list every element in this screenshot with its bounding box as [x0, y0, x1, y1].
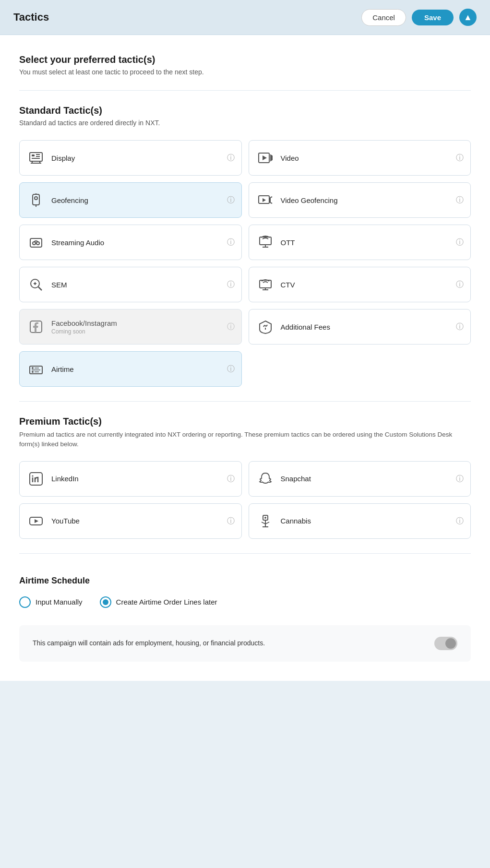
radio-input-manually[interactable]: Input Manually	[19, 596, 83, 608]
svg-rect-41	[30, 473, 42, 485]
geofencing-info-icon[interactable]: ⓘ	[227, 195, 235, 205]
video-geofencing-info-icon[interactable]: ⓘ	[456, 195, 464, 205]
streaming-audio-label-wrap: Streaming Audio	[51, 238, 234, 247]
video-geofencing-icon	[257, 191, 274, 209]
airtime-label-wrap: Airtime	[51, 365, 234, 373]
svg-point-51	[264, 517, 266, 519]
standard-desc: Standard ad tactics are ordered directly…	[19, 119, 471, 127]
divider-2	[19, 401, 471, 402]
airtime-icon	[27, 360, 45, 378]
employment-toggle[interactable]	[434, 637, 457, 650]
snapchat-info-icon[interactable]: ⓘ	[456, 474, 464, 484]
svg-marker-10	[263, 155, 267, 160]
svg-marker-9	[271, 155, 272, 161]
svg-point-43	[32, 475, 34, 476]
airtime-info-icon[interactable]: ⓘ	[227, 364, 235, 374]
divider-3	[19, 553, 471, 554]
page-title: Tactics	[13, 11, 49, 24]
radio-input-manually-circle[interactable]	[19, 596, 31, 608]
radio-create-later[interactable]: Create Airtime Order Lines later	[100, 596, 217, 608]
header: Tactics Cancel Save ▲	[0, 0, 490, 35]
display-label-wrap: Display	[51, 154, 234, 162]
streaming-audio-icon	[27, 234, 45, 251]
linkedin-label-wrap: LinkedIn	[51, 475, 234, 483]
tactic-youtube[interactable]: YouTube ⓘ	[19, 503, 242, 539]
facebook-instagram-label-wrap: Facebook/Instagram Coming soon	[51, 319, 234, 335]
save-button[interactable]: Save	[412, 10, 454, 25]
standard-row-1: Display ⓘ Video ⓘ	[19, 140, 471, 176]
additional-fees-info-icon[interactable]: ⓘ	[456, 322, 464, 332]
tactic-geofencing[interactable]: Geofencing ⓘ	[19, 182, 242, 218]
svg-line-27	[38, 287, 42, 290]
tactic-sem[interactable]: SEM ⓘ	[19, 267, 242, 302]
standard-row-5: Facebook/Instagram Coming soon ⓘ Additio…	[19, 309, 471, 345]
tactic-airtime[interactable]: Airtime ⓘ	[19, 351, 242, 387]
cannabis-info-icon[interactable]: ⓘ	[456, 516, 464, 526]
cancel-button[interactable]: Cancel	[361, 9, 406, 26]
svg-line-50	[265, 522, 269, 524]
facebook-icon	[27, 318, 45, 335]
tactic-cannabis[interactable]: Cannabis ⓘ	[249, 503, 471, 539]
video-label-wrap: Video	[281, 154, 463, 162]
facebook-instagram-sublabel: Coming soon	[51, 328, 234, 335]
video-icon	[257, 149, 274, 166]
cannabis-label: Cannabis	[281, 517, 463, 525]
ctv-label: CTV	[281, 281, 463, 289]
main-content: Select your preferred tactic(s) You must…	[0, 35, 490, 681]
svg-point-12	[35, 197, 37, 200]
snapchat-icon	[257, 470, 274, 488]
display-label: Display	[51, 154, 234, 162]
tactic-additional-fees[interactable]: Additional Fees ⓘ	[249, 309, 471, 345]
airtime-schedule-title: Airtime Schedule	[19, 576, 471, 586]
svg-line-49	[262, 522, 265, 524]
cannabis-label-wrap: Cannabis	[281, 517, 463, 525]
svg-line-17	[270, 197, 272, 198]
streaming-audio-info-icon[interactable]: ⓘ	[227, 238, 235, 248]
facebook-instagram-label: Facebook/Instagram	[51, 319, 234, 327]
tactic-display[interactable]: Display ⓘ	[19, 140, 242, 176]
premium-row-1: LinkedIn ⓘ Snapchat ⓘ	[19, 461, 471, 497]
svg-point-21	[33, 242, 36, 245]
snapchat-label: Snapchat	[281, 475, 463, 483]
youtube-info-icon[interactable]: ⓘ	[227, 516, 235, 526]
additional-fees-icon	[257, 318, 274, 335]
up-button[interactable]: ▲	[459, 9, 477, 26]
svg-marker-16	[263, 198, 266, 202]
up-icon: ▲	[464, 12, 472, 23]
tactic-video[interactable]: Video ⓘ	[249, 140, 471, 176]
youtube-label-wrap: YouTube	[51, 517, 234, 525]
premium-title: Premium Tactic(s)	[19, 416, 471, 427]
ott-info-icon[interactable]: ⓘ	[456, 238, 464, 248]
tactic-video-geofencing[interactable]: Video Geofencing ⓘ	[249, 182, 471, 218]
divider-1	[19, 90, 471, 91]
display-icon	[27, 149, 45, 166]
display-info-icon[interactable]: ⓘ	[227, 153, 235, 163]
svg-point-37	[32, 367, 34, 369]
linkedin-info-icon[interactable]: ⓘ	[227, 474, 235, 484]
standard-title: Standard Tactic(s)	[19, 105, 471, 116]
premium-desc: Premium ad tactics are not currently int…	[19, 430, 471, 450]
tactic-ott[interactable]: OTT ⓘ	[249, 225, 471, 260]
geofencing-label-wrap: Geofencing	[51, 196, 234, 204]
video-info-icon[interactable]: ⓘ	[456, 153, 464, 163]
geofencing-label: Geofencing	[51, 196, 234, 204]
facebook-instagram-info-icon: ⓘ	[227, 322, 235, 332]
tactic-streaming-audio[interactable]: Streaming Audio ⓘ	[19, 225, 242, 260]
youtube-label: YouTube	[51, 517, 234, 525]
sem-info-icon[interactable]: ⓘ	[227, 280, 235, 290]
radio-create-later-label: Create Airtime Order Lines later	[116, 598, 217, 606]
select-header: Select your preferred tactic(s) You must…	[19, 54, 471, 76]
tactic-facebook-instagram: Facebook/Instagram Coming soon ⓘ	[19, 309, 242, 345]
geofencing-icon	[27, 191, 45, 209]
ott-label: OTT	[281, 238, 463, 247]
ctv-info-icon[interactable]: ⓘ	[456, 280, 464, 290]
standard-row-4: SEM ⓘ CTV ⓘ	[19, 267, 471, 302]
radio-create-later-circle[interactable]	[100, 596, 111, 608]
svg-point-38	[32, 371, 34, 373]
tactic-linkedin[interactable]: LinkedIn ⓘ	[19, 461, 242, 497]
ctv-icon	[257, 276, 274, 293]
svg-line-18	[270, 202, 272, 203]
tactic-ctv[interactable]: CTV ⓘ	[249, 267, 471, 302]
tactic-snapchat[interactable]: Snapchat ⓘ	[249, 461, 471, 497]
streaming-audio-label: Streaming Audio	[51, 238, 234, 247]
